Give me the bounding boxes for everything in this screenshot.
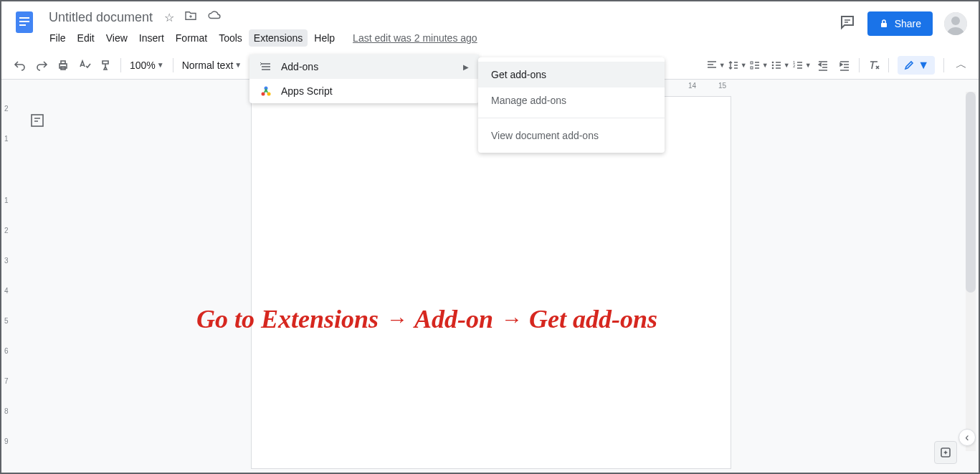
zoom-value: 100%	[130, 60, 156, 71]
annotation-text-2: Add-on	[414, 304, 493, 334]
side-panel-toggle[interactable]: ‹	[958, 429, 976, 446]
align-button[interactable]: ▼	[705, 55, 726, 75]
ruler-tick-14: 14	[688, 82, 696, 90]
scrollbar-thumb[interactable]	[966, 92, 976, 293]
svg-rect-2	[19, 21, 29, 22]
svg-point-13	[771, 64, 774, 66]
move-icon[interactable]	[184, 11, 197, 24]
svg-rect-17	[32, 115, 43, 126]
star-icon[interactable]: ☆	[164, 11, 174, 24]
extensions-dropdown: Add-ons ▶ Apps Script	[249, 54, 479, 103]
addons-label: Add-ons	[281, 61, 318, 72]
apps-script-menu-item[interactable]: Apps Script	[249, 79, 479, 103]
annotation-overlay: Go to Extensions → Add-on → Get add-ons	[196, 304, 657, 334]
undo-button[interactable]	[10, 55, 30, 75]
annotation-text-1: Go to Extensions	[196, 304, 379, 334]
svg-point-14	[771, 67, 774, 69]
view-document-addons-item[interactable]: View document add-ons	[478, 123, 665, 148]
document-outline-button[interactable]	[29, 112, 49, 132]
apps-script-icon	[260, 85, 272, 98]
checklist-button[interactable]: ▼	[748, 55, 769, 75]
print-button[interactable]	[53, 55, 73, 75]
menu-extensions[interactable]: Extensions	[249, 29, 308, 47]
manage-addons-item[interactable]: Manage add-ons	[478, 87, 665, 113]
svg-text:2: 2	[793, 64, 796, 68]
vertical-scrollbar[interactable]	[966, 92, 976, 451]
bullet-list-button[interactable]: ▼	[770, 55, 790, 75]
menu-help[interactable]: Help	[309, 29, 340, 47]
menu-file[interactable]: File	[44, 29, 71, 47]
menu-edit[interactable]: Edit	[72, 29, 100, 47]
editing-mode-button[interactable]: ▼	[898, 56, 935, 75]
svg-rect-11	[751, 67, 753, 69]
svg-point-12	[771, 61, 774, 63]
zoom-select[interactable]: 100%▼	[125, 60, 168, 71]
line-spacing-button[interactable]: ▼	[727, 55, 747, 75]
svg-rect-10	[751, 62, 753, 64]
svg-rect-3	[19, 24, 26, 26]
paint-format-button[interactable]	[96, 55, 116, 75]
get-addons-item[interactable]: Get add-ons	[478, 62, 665, 87]
menu-insert[interactable]: Insert	[134, 29, 169, 47]
share-button[interactable]: Share	[867, 11, 933, 36]
clear-formatting-button[interactable]	[864, 55, 884, 75]
docs-logo[interactable]	[10, 7, 39, 36]
menu-format[interactable]: Format	[171, 29, 212, 47]
comments-icon[interactable]	[839, 14, 856, 34]
svg-rect-4	[881, 23, 887, 27]
addons-menu-item[interactable]: Add-ons ▶	[249, 54, 479, 79]
redo-button[interactable]	[32, 55, 52, 75]
addons-submenu: Get add-ons Manage add-ons View document…	[478, 57, 665, 153]
collapse-toolbar-icon[interactable]: ︿	[953, 54, 970, 75]
arrow-right-icon: →	[500, 307, 522, 331]
menu-view[interactable]: View	[101, 29, 133, 47]
vertical-ruler[interactable]: 2 1 1 2 3 4 5 6 7 8 9	[1, 92, 16, 473]
document-title[interactable]: Untitled document	[44, 9, 157, 27]
indent-decrease-button[interactable]	[813, 55, 833, 75]
indent-increase-button[interactable]	[834, 55, 855, 75]
share-label: Share	[895, 18, 921, 29]
apps-script-label: Apps Script	[281, 85, 333, 97]
svg-point-6	[951, 16, 960, 25]
addons-icon	[260, 60, 272, 73]
ruler-tick-15: 15	[718, 82, 726, 90]
svg-point-20	[267, 93, 271, 96]
spellcheck-button[interactable]	[75, 55, 95, 75]
cloud-status-icon[interactable]	[207, 11, 222, 24]
style-value: Normal text	[182, 60, 234, 71]
avatar[interactable]	[944, 12, 967, 35]
svg-rect-1	[19, 17, 29, 19]
arrow-right-icon: →	[386, 307, 407, 331]
explore-button[interactable]	[934, 441, 957, 464]
svg-point-18	[262, 93, 265, 96]
style-select[interactable]: Normal text▼	[178, 60, 257, 71]
annotation-text-3: Get add-ons	[529, 304, 657, 334]
menubar: File Edit View Insert Format Tools Exten…	[44, 28, 839, 51]
menu-tools[interactable]: Tools	[214, 29, 247, 47]
last-edit-link[interactable]: Last edit was 2 minutes ago	[353, 29, 477, 47]
svg-rect-8	[61, 61, 65, 64]
numbered-list-button[interactable]: 12▼	[791, 55, 812, 75]
chevron-right-icon: ▶	[463, 63, 469, 71]
